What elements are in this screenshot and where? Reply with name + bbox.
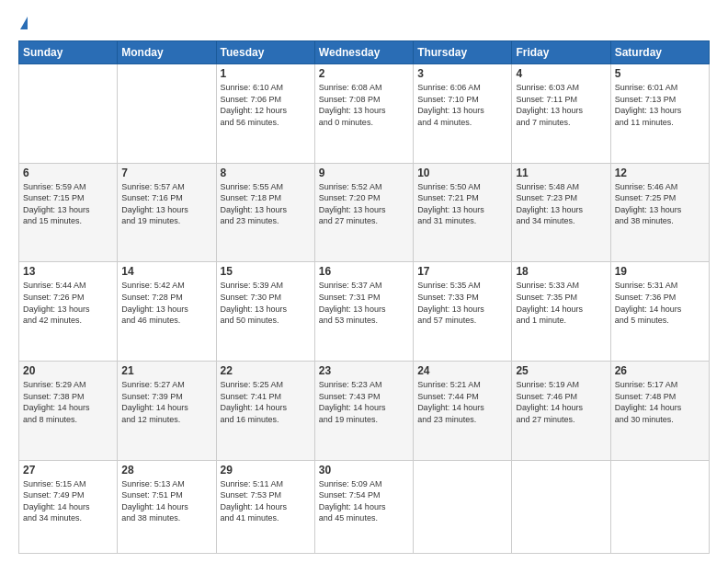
- header: [18, 17, 710, 31]
- day-cell: 4Sunrise: 6:03 AM Sunset: 7:11 PM Daylig…: [512, 64, 610, 164]
- day-info: Sunrise: 5:33 AM Sunset: 7:35 PM Dayligh…: [516, 280, 606, 326]
- page: SundayMondayTuesdayWednesdayThursdayFrid…: [0, 0, 728, 563]
- day-cell: 15Sunrise: 5:39 AM Sunset: 7:30 PM Dayli…: [216, 262, 314, 362]
- col-header-friday: Friday: [512, 41, 610, 64]
- day-cell: 19Sunrise: 5:31 AM Sunset: 7:36 PM Dayli…: [610, 262, 709, 362]
- day-info: Sunrise: 5:23 AM Sunset: 7:43 PM Dayligh…: [319, 379, 409, 425]
- day-number: 3: [417, 67, 507, 80]
- day-info: Sunrise: 5:37 AM Sunset: 7:31 PM Dayligh…: [319, 280, 409, 326]
- day-number: 13: [23, 265, 113, 278]
- day-number: 21: [121, 364, 211, 377]
- day-number: 20: [23, 364, 113, 377]
- day-cell: 2Sunrise: 6:08 AM Sunset: 7:08 PM Daylig…: [314, 64, 413, 164]
- day-cell: [19, 64, 118, 164]
- day-info: Sunrise: 5:27 AM Sunset: 7:39 PM Dayligh…: [121, 379, 211, 425]
- day-info: Sunrise: 5:57 AM Sunset: 7:16 PM Dayligh…: [121, 181, 211, 227]
- day-info: Sunrise: 6:06 AM Sunset: 7:10 PM Dayligh…: [417, 82, 507, 128]
- day-number: 11: [516, 167, 606, 179]
- day-info: Sunrise: 5:55 AM Sunset: 7:18 PM Dayligh…: [221, 181, 311, 227]
- day-number: 8: [221, 167, 311, 179]
- day-cell: 24Sunrise: 5:21 AM Sunset: 7:44 PM Dayli…: [414, 362, 512, 461]
- col-header-wednesday: Wednesday: [314, 41, 413, 64]
- day-cell: 13Sunrise: 5:44 AM Sunset: 7:26 PM Dayli…: [19, 262, 118, 362]
- day-info: Sunrise: 5:19 AM Sunset: 7:46 PM Dayligh…: [516, 379, 606, 425]
- day-number: 23: [319, 364, 409, 377]
- day-cell: 14Sunrise: 5:42 AM Sunset: 7:28 PM Dayli…: [118, 262, 216, 362]
- day-info: Sunrise: 5:25 AM Sunset: 7:41 PM Dayligh…: [221, 379, 311, 425]
- day-info: Sunrise: 5:59 AM Sunset: 7:15 PM Dayligh…: [23, 181, 113, 227]
- day-number: 17: [417, 265, 507, 278]
- day-info: Sunrise: 5:50 AM Sunset: 7:21 PM Dayligh…: [417, 181, 507, 227]
- day-cell: 11Sunrise: 5:48 AM Sunset: 7:23 PM Dayli…: [512, 163, 610, 262]
- day-number: 6: [23, 167, 113, 179]
- day-cell: 16Sunrise: 5:37 AM Sunset: 7:31 PM Dayli…: [314, 262, 413, 362]
- day-cell: [118, 64, 216, 164]
- day-cell: 9Sunrise: 5:52 AM Sunset: 7:20 PM Daylig…: [314, 163, 413, 262]
- week-row-2: 13Sunrise: 5:44 AM Sunset: 7:26 PM Dayli…: [19, 262, 710, 362]
- day-cell: 1Sunrise: 6:10 AM Sunset: 7:06 PM Daylig…: [216, 64, 314, 164]
- day-cell: [610, 460, 709, 553]
- day-number: 7: [121, 167, 211, 179]
- day-info: Sunrise: 6:03 AM Sunset: 7:11 PM Dayligh…: [516, 82, 606, 128]
- day-number: 14: [121, 265, 211, 278]
- day-cell: 10Sunrise: 5:50 AM Sunset: 7:21 PM Dayli…: [414, 163, 512, 262]
- week-row-1: 6Sunrise: 5:59 AM Sunset: 7:15 PM Daylig…: [19, 163, 710, 262]
- day-info: Sunrise: 5:35 AM Sunset: 7:33 PM Dayligh…: [417, 280, 507, 326]
- day-info: Sunrise: 5:46 AM Sunset: 7:25 PM Dayligh…: [615, 181, 705, 227]
- header-row: SundayMondayTuesdayWednesdayThursdayFrid…: [19, 41, 710, 64]
- day-number: 19: [615, 265, 705, 278]
- day-cell: 25Sunrise: 5:19 AM Sunset: 7:46 PM Dayli…: [512, 362, 610, 461]
- day-info: Sunrise: 5:13 AM Sunset: 7:51 PM Dayligh…: [121, 478, 211, 524]
- day-number: 12: [615, 167, 705, 179]
- day-number: 18: [516, 265, 606, 278]
- day-number: 16: [319, 265, 409, 278]
- day-info: Sunrise: 5:09 AM Sunset: 7:54 PM Dayligh…: [319, 478, 409, 524]
- day-info: Sunrise: 6:01 AM Sunset: 7:13 PM Dayligh…: [615, 82, 705, 128]
- day-cell: 27Sunrise: 5:15 AM Sunset: 7:49 PM Dayli…: [19, 460, 118, 553]
- col-header-monday: Monday: [118, 41, 216, 64]
- day-info: Sunrise: 6:08 AM Sunset: 7:08 PM Dayligh…: [319, 82, 409, 128]
- day-cell: 12Sunrise: 5:46 AM Sunset: 7:25 PM Dayli…: [610, 163, 709, 262]
- day-cell: 21Sunrise: 5:27 AM Sunset: 7:39 PM Dayli…: [118, 362, 216, 461]
- day-cell: 6Sunrise: 5:59 AM Sunset: 7:15 PM Daylig…: [19, 163, 118, 262]
- day-cell: 26Sunrise: 5:17 AM Sunset: 7:48 PM Dayli…: [610, 362, 709, 461]
- day-number: 1: [221, 67, 311, 80]
- day-cell: 18Sunrise: 5:33 AM Sunset: 7:35 PM Dayli…: [512, 262, 610, 362]
- day-cell: 29Sunrise: 5:11 AM Sunset: 7:53 PM Dayli…: [216, 460, 314, 553]
- day-info: Sunrise: 5:31 AM Sunset: 7:36 PM Dayligh…: [615, 280, 705, 326]
- day-cell: 20Sunrise: 5:29 AM Sunset: 7:38 PM Dayli…: [19, 362, 118, 461]
- week-row-3: 20Sunrise: 5:29 AM Sunset: 7:38 PM Dayli…: [19, 362, 710, 461]
- day-number: 26: [615, 364, 705, 377]
- col-header-thursday: Thursday: [414, 41, 512, 64]
- day-info: Sunrise: 6:10 AM Sunset: 7:06 PM Dayligh…: [221, 82, 311, 128]
- col-header-sunday: Sunday: [19, 41, 118, 64]
- day-number: 2: [319, 67, 409, 80]
- day-info: Sunrise: 5:44 AM Sunset: 7:26 PM Dayligh…: [23, 280, 113, 326]
- day-number: 30: [319, 464, 409, 477]
- day-cell: 30Sunrise: 5:09 AM Sunset: 7:54 PM Dayli…: [314, 460, 413, 553]
- day-cell: 3Sunrise: 6:06 AM Sunset: 7:10 PM Daylig…: [414, 64, 512, 164]
- week-row-0: 1Sunrise: 6:10 AM Sunset: 7:06 PM Daylig…: [19, 64, 710, 164]
- day-info: Sunrise: 5:52 AM Sunset: 7:20 PM Dayligh…: [319, 181, 409, 227]
- logo: [18, 17, 28, 31]
- week-row-4: 27Sunrise: 5:15 AM Sunset: 7:49 PM Dayli…: [19, 460, 710, 553]
- day-info: Sunrise: 5:17 AM Sunset: 7:48 PM Dayligh…: [615, 379, 705, 425]
- day-info: Sunrise: 5:48 AM Sunset: 7:23 PM Dayligh…: [516, 181, 606, 227]
- col-header-saturday: Saturday: [610, 41, 709, 64]
- day-number: 10: [417, 167, 507, 179]
- calendar-table: SundayMondayTuesdayWednesdayThursdayFrid…: [18, 40, 710, 554]
- day-cell: 5Sunrise: 6:01 AM Sunset: 7:13 PM Daylig…: [610, 64, 709, 164]
- day-number: 29: [221, 464, 311, 477]
- logo-triangle-icon: [20, 17, 28, 29]
- day-info: Sunrise: 5:21 AM Sunset: 7:44 PM Dayligh…: [417, 379, 507, 425]
- day-number: 15: [221, 265, 311, 278]
- day-number: 27: [23, 464, 113, 477]
- day-info: Sunrise: 5:42 AM Sunset: 7:28 PM Dayligh…: [121, 280, 211, 326]
- day-number: 28: [121, 464, 211, 477]
- day-number: 24: [417, 364, 507, 377]
- day-info: Sunrise: 5:29 AM Sunset: 7:38 PM Dayligh…: [23, 379, 113, 425]
- day-cell: 28Sunrise: 5:13 AM Sunset: 7:51 PM Dayli…: [118, 460, 216, 553]
- col-header-tuesday: Tuesday: [216, 41, 314, 64]
- day-number: 4: [516, 67, 606, 80]
- day-number: 5: [615, 67, 705, 80]
